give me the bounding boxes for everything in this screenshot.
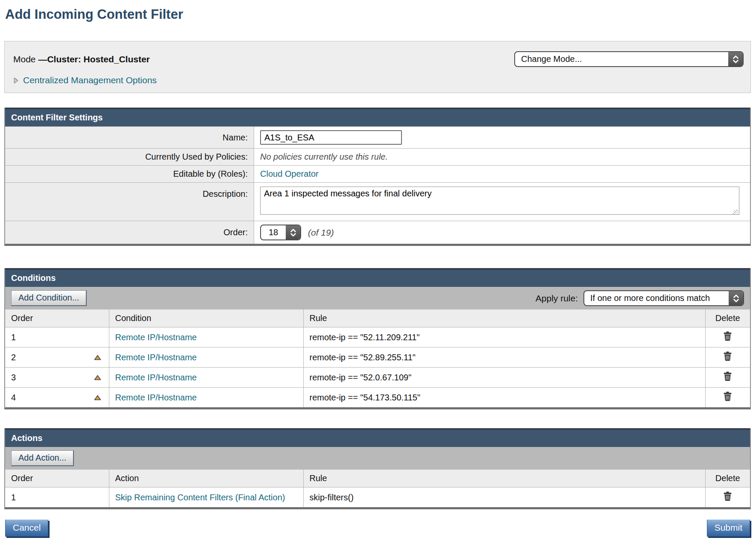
settings-row-order: Order: 18 (of 19) bbox=[5, 221, 750, 244]
conditions-panel-title: Conditions bbox=[5, 268, 750, 287]
content-filter-settings-panel: Content Filter Settings Name: Currently … bbox=[4, 108, 751, 246]
settings-row-description: Description: Area 1 inspected messages f… bbox=[5, 182, 750, 221]
add-action-button[interactable]: Add Action... bbox=[11, 450, 74, 466]
conditions-table: Order Condition Rule Delete 1 Remote IP/… bbox=[5, 310, 750, 407]
actions-table: Order Action Rule Delete 1 Skip Remainin… bbox=[5, 470, 750, 507]
editable-roles-link[interactable]: Cloud Operator bbox=[260, 169, 319, 179]
condition-order: 2 bbox=[11, 353, 16, 362]
apply-rule-select-value: If one or more conditions match bbox=[584, 291, 729, 305]
settings-row-name: Name: bbox=[5, 126, 750, 148]
move-up-icon bbox=[94, 355, 101, 362]
col-order: Order bbox=[5, 310, 109, 327]
col-rule: Rule bbox=[303, 470, 705, 488]
move-up-icon bbox=[94, 395, 101, 402]
disclosure-triangle-icon[interactable] bbox=[13, 77, 19, 84]
actions-toolbar: Add Action... bbox=[5, 447, 750, 470]
conditions-panel: Conditions Add Condition... Apply rule: … bbox=[4, 268, 751, 409]
actions-panel-title: Actions bbox=[5, 428, 750, 447]
delete-condition-button[interactable] bbox=[723, 331, 732, 341]
condition-link[interactable]: Remote IP/Hostname bbox=[115, 373, 197, 382]
trash-icon bbox=[723, 376, 732, 383]
delete-action-button[interactable] bbox=[723, 491, 732, 501]
move-up-button[interactable] bbox=[92, 355, 103, 360]
delete-condition-button[interactable] bbox=[723, 391, 732, 401]
policies-label: Currently Used by Policies: bbox=[5, 149, 254, 165]
col-delete: Delete bbox=[705, 470, 750, 488]
order-select[interactable]: 18 bbox=[260, 225, 301, 240]
settings-row-policies: Currently Used by Policies: No policies … bbox=[5, 148, 750, 165]
mode-value: —Cluster: Hosted_Cluster bbox=[38, 54, 149, 64]
condition-link[interactable]: Remote IP/Hostname bbox=[115, 353, 197, 362]
settings-panel-title: Content Filter Settings bbox=[5, 108, 750, 126]
mode-text: Mode —Cluster: Hosted_Cluster bbox=[13, 54, 150, 64]
action-rule: skip-filters() bbox=[303, 488, 705, 508]
condition-rule: remote-ip == "52.11.209.211" bbox=[303, 327, 705, 348]
col-action: Action bbox=[109, 470, 303, 488]
condition-link[interactable]: Remote IP/Hostname bbox=[115, 333, 197, 342]
mode-panel: Mode —Cluster: Hosted_Cluster Change Mod… bbox=[4, 41, 751, 93]
order-select-value: 18 bbox=[261, 225, 286, 239]
delete-condition-button[interactable] bbox=[723, 351, 732, 361]
apply-rule-label: Apply rule: bbox=[536, 293, 578, 304]
submit-button[interactable]: Submit bbox=[707, 520, 750, 537]
action-order: 1 bbox=[11, 493, 16, 502]
trash-icon bbox=[723, 496, 732, 502]
condition-row: 4 Remote IP/Hostname remote-ip == "54.17… bbox=[5, 388, 750, 408]
policies-value: No policies currently use this rule. bbox=[260, 152, 388, 162]
trash-icon bbox=[723, 336, 732, 342]
apply-rule-select[interactable]: If one or more conditions match bbox=[583, 290, 744, 306]
condition-rule: remote-ip == "52.89.255.11" bbox=[303, 348, 705, 368]
select-stepper-icon bbox=[729, 291, 743, 305]
action-row: 1 Skip Remaining Content Filters (Final … bbox=[5, 488, 750, 508]
order-total: (of 19) bbox=[308, 228, 334, 238]
delete-condition-button[interactable] bbox=[723, 371, 732, 381]
actions-panel: Actions Add Action... Order Action Rule … bbox=[4, 428, 751, 509]
change-mode-select-value: Change Mode... bbox=[515, 52, 728, 66]
move-up-icon bbox=[94, 375, 101, 382]
resize-handle-icon[interactable] bbox=[733, 210, 738, 215]
condition-order: 3 bbox=[11, 373, 16, 383]
order-label: Order: bbox=[5, 221, 254, 244]
condition-row: 2 Remote IP/Hostname remote-ip == "52.89… bbox=[5, 348, 750, 368]
col-order: Order bbox=[5, 470, 109, 488]
add-condition-button[interactable]: Add Condition... bbox=[11, 290, 87, 306]
col-rule: Rule bbox=[303, 310, 705, 327]
action-link[interactable]: Skip Remaining Content Filters (Final Ac… bbox=[115, 493, 285, 502]
condition-row: 1 Remote IP/Hostname remote-ip == "52.11… bbox=[5, 327, 750, 348]
description-label: Description: bbox=[5, 183, 254, 221]
settings-row-roles: Editable by (Roles): Cloud Operator bbox=[5, 165, 750, 182]
move-up-button[interactable] bbox=[92, 395, 103, 400]
trash-icon bbox=[723, 396, 732, 403]
condition-order: 1 bbox=[11, 333, 16, 342]
col-condition: Condition bbox=[109, 310, 303, 327]
page-title: Add Incoming Content Filter bbox=[5, 7, 751, 22]
condition-order: 4 bbox=[11, 393, 16, 403]
trash-icon bbox=[723, 356, 732, 362]
select-stepper-icon bbox=[286, 225, 300, 239]
change-mode-select[interactable]: Change Mode... bbox=[514, 51, 744, 67]
centralized-management-options-link[interactable]: Centralized Management Options bbox=[23, 75, 157, 85]
col-delete: Delete bbox=[705, 310, 750, 327]
mode-label: Mode bbox=[13, 54, 36, 64]
cancel-button[interactable]: Cancel bbox=[5, 520, 48, 537]
conditions-header-row: Order Condition Rule Delete bbox=[5, 310, 750, 327]
footer-bar: Cancel Submit bbox=[4, 520, 751, 537]
actions-header-row: Order Action Rule Delete bbox=[5, 470, 750, 488]
move-up-button[interactable] bbox=[92, 375, 103, 380]
name-label: Name: bbox=[5, 127, 254, 148]
roles-label: Editable by (Roles): bbox=[5, 166, 254, 182]
condition-link[interactable]: Remote IP/Hostname bbox=[115, 393, 197, 402]
condition-row: 3 Remote IP/Hostname remote-ip == "52.0.… bbox=[5, 368, 750, 388]
conditions-toolbar: Add Condition... Apply rule: If one or m… bbox=[5, 287, 750, 310]
condition-rule: remote-ip == "54.173.50.115" bbox=[303, 388, 705, 408]
select-stepper-icon bbox=[728, 52, 743, 66]
description-textarea[interactable]: Area 1 inspected messages for final deli… bbox=[260, 187, 739, 215]
name-input[interactable] bbox=[260, 130, 402, 145]
condition-rule: remote-ip == "52.0.67.109" bbox=[303, 368, 705, 388]
